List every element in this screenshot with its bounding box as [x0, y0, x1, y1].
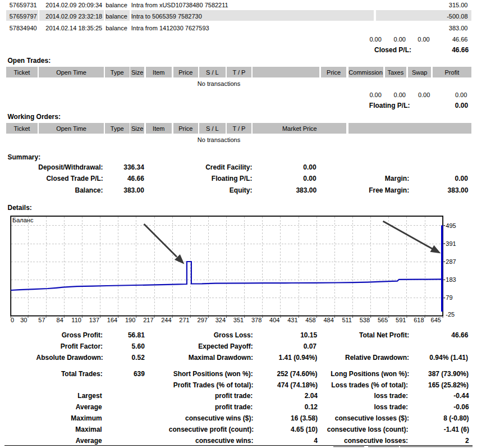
- svg-text:30: 30: [20, 317, 27, 323]
- svg-text:484: 484: [323, 317, 333, 323]
- svg-text:565: 565: [378, 317, 388, 323]
- svg-text:287: 287: [446, 258, 456, 265]
- svg-text:404: 404: [269, 317, 279, 323]
- svg-text:645: 645: [431, 317, 441, 323]
- svg-text:137: 137: [89, 317, 99, 323]
- svg-text:324: 324: [215, 317, 226, 323]
- svg-text:Баланс: Баланс: [12, 217, 34, 223]
- svg-text:164: 164: [107, 317, 117, 323]
- svg-text:244: 244: [161, 317, 171, 323]
- svg-text:378: 378: [251, 317, 262, 323]
- svg-text:538: 538: [360, 317, 370, 323]
- svg-text:217: 217: [143, 317, 153, 323]
- svg-text:391: 391: [446, 240, 456, 247]
- svg-text:297: 297: [198, 317, 208, 323]
- svg-text:79: 79: [446, 294, 452, 301]
- svg-text:110: 110: [71, 317, 81, 323]
- svg-text:351: 351: [233, 317, 244, 323]
- svg-text:57: 57: [38, 317, 45, 323]
- svg-text:0: 0: [11, 317, 14, 323]
- svg-text:511: 511: [342, 317, 352, 323]
- svg-text:271: 271: [179, 317, 189, 323]
- svg-text:183: 183: [446, 276, 456, 283]
- svg-text:458: 458: [305, 317, 315, 323]
- svg-text:591: 591: [396, 317, 406, 323]
- svg-text:495: 495: [446, 222, 456, 229]
- svg-text:618: 618: [414, 317, 424, 323]
- svg-text:190: 190: [125, 317, 135, 323]
- svg-text:84: 84: [57, 317, 63, 323]
- svg-text:431: 431: [287, 317, 297, 323]
- svg-text:-25: -25: [446, 311, 455, 318]
